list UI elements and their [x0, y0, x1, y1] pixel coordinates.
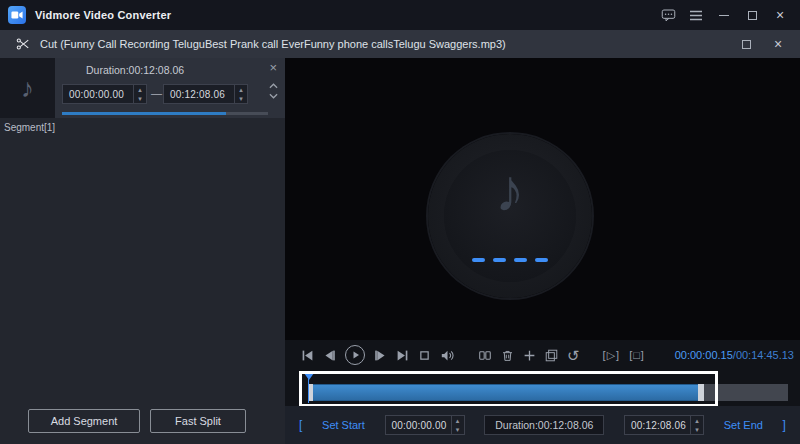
segment-duration-label: Duration:00:12:08.06 — [86, 64, 184, 76]
segment-stop-icon[interactable]: [□] — [629, 349, 645, 361]
timeline-track[interactable] — [308, 384, 788, 401]
skip-start-icon[interactable] — [301, 349, 314, 362]
playhead-line — [308, 379, 309, 403]
trim-end-handle[interactable] — [698, 384, 704, 401]
music-note-icon: ♪ — [428, 156, 592, 225]
delete-segment-icon[interactable] — [501, 349, 514, 362]
step-back-icon[interactable] — [323, 349, 336, 362]
music-note-icon: ♪ — [21, 73, 34, 104]
segment-panel: ♪ Duration:00:12:08.06 × 00:00:00.00 ▴ ▾… — [0, 58, 285, 444]
time-spinner: ▴ ▾ — [133, 85, 146, 103]
open-bracket-icon: [ — [299, 418, 302, 432]
playhead-marker[interactable] — [304, 373, 314, 380]
trim-duration-label: Duration:00:12:08.06 — [484, 415, 604, 435]
dash — [514, 258, 527, 262]
spinner-up-icon[interactable]: ▴ — [235, 85, 247, 94]
audio-thumbnail[interactable]: ♪ — [0, 58, 55, 118]
chevron-up-icon[interactable] — [269, 83, 278, 89]
preview-area: ♪ — [285, 58, 800, 340]
maximize-icon[interactable] — [740, 3, 764, 27]
segment-end-field[interactable]: 00:12:08.06 ▴ ▾ — [163, 84, 248, 104]
remove-segment-icon[interactable]: × — [269, 60, 277, 75]
spinner-up-icon[interactable]: ▴ — [452, 416, 464, 425]
segment-play-icon[interactable]: [▷] — [603, 349, 621, 362]
close-icon[interactable]: × — [768, 3, 792, 27]
trim-start-value: 00:00:00.00 — [386, 416, 451, 434]
set-start-button[interactable]: Set Start — [322, 419, 365, 431]
stop-icon[interactable] — [418, 349, 431, 362]
chevron-down-icon[interactable] — [269, 93, 278, 99]
dash — [472, 258, 485, 262]
close-bracket-icon: ] — [783, 418, 786, 432]
app-window: Vidmore Video Converter × Cut (Funny Cal… — [0, 0, 800, 444]
segment-list-label: Segment[1] — [4, 122, 55, 133]
copy-segment-icon[interactable] — [545, 349, 558, 362]
play-button[interactable] — [345, 345, 365, 365]
maximize-icon[interactable] — [734, 32, 758, 56]
playback-time-display: 00:00:00.15 / 00:14:45.13 — [675, 342, 794, 368]
total-time: 00:14:45.13 — [736, 349, 794, 361]
app-title: Vidmore Video Converter — [35, 9, 171, 21]
segment-start-field[interactable]: 00:00:00.00 ▴ ▾ — [62, 84, 147, 104]
dash — [493, 258, 506, 262]
segment-start-value: 00:00:00.00 — [63, 85, 133, 103]
app-logo-icon — [8, 6, 26, 24]
fast-split-button[interactable]: Fast Split — [150, 409, 246, 433]
add-segment-button[interactable]: Add Segment — [28, 409, 140, 433]
spinner-down-icon[interactable]: ▾ — [452, 425, 464, 434]
add-icon[interactable] — [523, 349, 536, 362]
spinner-up-icon[interactable]: ▴ — [691, 416, 703, 425]
segment-editor: ♪ Duration:00:12:08.06 × 00:00:00.00 ▴ ▾… — [0, 58, 285, 118]
feedback-icon[interactable] — [656, 3, 680, 27]
timeline-selected-range — [308, 384, 704, 401]
segment-reorder-controls — [269, 83, 278, 99]
skip-end-icon[interactable] — [396, 349, 409, 362]
time-spinner: ▴ ▾ — [451, 416, 464, 434]
reset-icon[interactable]: ↺ — [567, 348, 580, 363]
segment-progress-track — [62, 112, 268, 115]
segment-progress-fill — [62, 112, 226, 115]
current-time: 00:00:00.15 — [675, 349, 733, 361]
spinner-down-icon[interactable]: ▾ — [691, 425, 703, 434]
loading-dashes — [428, 258, 592, 262]
split-segment-icon[interactable] — [478, 349, 492, 362]
scissors-icon — [16, 37, 30, 51]
segment-end-value: 00:12:08.06 — [164, 85, 234, 103]
player-bottom-area: ↺ [▷] [□] 00:00:00.15 / 00:14:45.13 [ Se… — [285, 340, 800, 444]
volume-icon[interactable] — [440, 349, 455, 362]
time-spinner: ▴ ▾ — [690, 416, 703, 434]
menu-icon[interactable] — [684, 3, 708, 27]
minimize-icon[interactable] — [712, 3, 736, 27]
cut-dialog-controls: × — [734, 32, 800, 56]
trim-end-value: 00:12:08.06 — [625, 416, 690, 434]
audio-disc: ♪ — [428, 134, 592, 298]
titlebar-controls: × — [656, 3, 800, 27]
range-separator: — — [151, 87, 162, 99]
trim-bar: [ Set Start 00:00:00.00 ▴ ▾ Duration:00:… — [285, 406, 800, 444]
cut-dialog-header: Cut (Funny Call Recording TeluguBest Pra… — [0, 30, 800, 58]
dash — [535, 258, 548, 262]
trim-end-field[interactable]: 00:12:08.06 ▴ ▾ — [624, 415, 704, 435]
player-controls: ↺ [▷] [□] — [301, 342, 645, 368]
step-forward-icon[interactable] — [374, 349, 387, 362]
spinner-up-icon[interactable]: ▴ — [134, 85, 146, 94]
set-end-button[interactable]: Set End — [724, 419, 763, 431]
spinner-down-icon[interactable]: ▾ — [235, 94, 247, 103]
close-icon[interactable]: × — [766, 32, 790, 56]
spinner-down-icon[interactable]: ▾ — [134, 94, 146, 103]
time-spinner: ▴ ▾ — [234, 85, 247, 103]
titlebar: Vidmore Video Converter × — [0, 0, 800, 30]
cut-dialog-title: Cut (Funny Call Recording TeluguBest Pra… — [40, 38, 506, 50]
trim-start-field[interactable]: 00:00:00.00 ▴ ▾ — [385, 415, 465, 435]
